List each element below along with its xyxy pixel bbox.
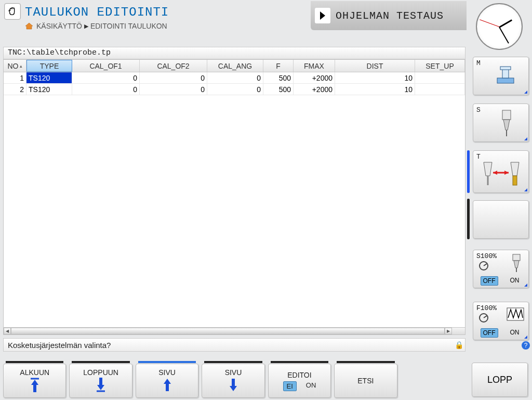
svg-line-19 — [484, 316, 487, 318]
s-button[interactable]: S — [473, 104, 529, 142]
cell-dist[interactable]: 10 — [335, 84, 415, 95]
empty-button[interactable] — [473, 200, 529, 239]
knob-icon — [478, 261, 489, 271]
softkey-label: LOPPUUN — [83, 368, 118, 377]
table-row[interactable]: 1 TS120 0 0 0 500 +2000 10 — [4, 72, 465, 84]
cell-dist[interactable]: 10 — [335, 72, 415, 83]
tool-change-icon — [480, 160, 523, 188]
svg-marker-22 — [31, 380, 38, 392]
tab-label: OHJELMAN TESTAUS — [336, 10, 444, 22]
softkey-etsi[interactable]: ETSI — [334, 364, 397, 398]
table-row[interactable]: 2 TS120 0 0 0 500 +2000 10 — [4, 84, 465, 95]
arrow-up-icon — [162, 377, 173, 393]
cell-of1[interactable]: 0 — [72, 72, 140, 83]
svg-rect-0 — [497, 78, 514, 83]
breadcrumb-2: EDITOINTI TAULUKON — [90, 22, 167, 30]
cell-setup[interactable] — [415, 72, 465, 83]
softkey-loppuun[interactable]: LOPPUUN — [69, 364, 132, 398]
arrow-down-icon — [228, 377, 239, 393]
f100-button[interactable]: F100% OFF ON — [473, 302, 529, 340]
cell-of1[interactable]: 0 — [72, 84, 140, 95]
cell-ang[interactable]: 0 — [207, 72, 263, 83]
home-icon — [25, 22, 33, 30]
svg-marker-4 — [503, 120, 510, 130]
cell-no: 1 — [4, 72, 26, 83]
status-bar: Kosketusjärjestelmän valinta? 🔒 — [3, 338, 466, 352]
editoi-on-toggle[interactable]: ON — [306, 381, 316, 391]
svg-marker-23 — [97, 378, 104, 390]
horizontal-scrollbar[interactable]: ◀ ▶ — [4, 327, 465, 334]
cell-f[interactable]: 500 — [263, 84, 294, 95]
knob-icon — [478, 313, 489, 323]
page-title: TAULUKON EDITOINTI — [25, 5, 169, 19]
t-label: T — [476, 153, 481, 161]
tab-arrow-icon — [315, 8, 330, 23]
cell-of2[interactable]: 0 — [140, 72, 207, 83]
f-on-toggle[interactable]: ON — [508, 328, 522, 338]
cell-f[interactable]: 500 — [263, 72, 294, 83]
clock-icon — [476, 3, 525, 52]
t-button[interactable]: T — [473, 150, 529, 193]
svg-line-14 — [484, 264, 487, 266]
hand-mode-button[interactable] — [4, 3, 21, 20]
svg-marker-11 — [493, 171, 497, 175]
s100-button[interactable]: S100% OFF ON — [473, 250, 529, 288]
softkey-label: LOPP — [487, 375, 512, 385]
cell-of2[interactable]: 0 — [140, 84, 207, 95]
cell-fmax[interactable]: +2000 — [294, 72, 335, 83]
softkey-label: SIVU — [225, 368, 242, 377]
program-testing-tab[interactable]: OHJELMAN TESTAUS — [311, 1, 467, 30]
scroll-thumb[interactable] — [11, 328, 445, 334]
cell-setup[interactable] — [415, 84, 465, 95]
help-icon[interactable]: ? — [522, 341, 530, 350]
col-header-dist[interactable]: DIST — [335, 60, 415, 72]
f-off-toggle[interactable]: OFF — [481, 328, 498, 338]
spindle-icon — [499, 109, 514, 137]
breadcrumb-1: KÄSIKÄYTTÖ — [36, 22, 82, 30]
cell-ang[interactable]: 0 — [207, 84, 263, 95]
softkey-alkuun[interactable]: ALKUUN — [3, 364, 66, 398]
col-header-calof2[interactable]: CAL_OF2 — [140, 60, 207, 72]
cell-type[interactable]: TS120 — [26, 72, 72, 83]
sidebar-indicator-active — [467, 150, 470, 193]
softkey-label: EDITOI — [287, 371, 311, 379]
softkey-sivu-up[interactable]: SIVU — [136, 364, 198, 398]
sidebar-indicator — [467, 199, 470, 239]
svg-marker-25 — [164, 379, 171, 391]
m-button[interactable]: M — [473, 57, 529, 95]
col-header-no[interactable]: NO — [4, 60, 26, 72]
scroll-right-arrow[interactable]: ▶ — [445, 328, 452, 334]
col-header-type[interactable]: TYPE — [26, 60, 72, 72]
editoi-ei-toggle[interactable]: EI — [283, 381, 297, 391]
col-header-setup[interactable]: SET_UP — [415, 60, 465, 72]
softkey-lopp[interactable]: LOPP — [472, 363, 528, 397]
data-table: NO TYPE CAL_OF1 CAL_OF2 CAL_ANG F FMAX D… — [3, 59, 466, 335]
cell-type[interactable]: TS120 — [26, 84, 72, 95]
arrow-up-start-icon — [29, 377, 41, 393]
cell-no: 2 — [4, 84, 26, 95]
svg-marker-26 — [230, 379, 237, 391]
status-text: Kosketusjärjestelmän valinta? — [8, 341, 111, 350]
file-path: TNC:\table\tchprobe.tp — [3, 47, 466, 59]
arrow-down-end-icon — [95, 377, 107, 393]
svg-rect-15 — [513, 254, 520, 261]
lock-icon: 🔒 — [455, 341, 461, 349]
spindle-small-icon — [511, 253, 522, 273]
col-header-calang[interactable]: CAL_ANG — [207, 60, 263, 72]
svg-rect-2 — [500, 67, 511, 70]
scroll-left-arrow[interactable]: ◀ — [4, 328, 11, 334]
table-header-row: NO TYPE CAL_OF1 CAL_OF2 CAL_ANG F FMAX D… — [4, 60, 465, 72]
s-off-toggle[interactable]: OFF — [481, 276, 498, 286]
col-header-fmax[interactable]: FMAX — [294, 60, 335, 72]
col-header-calof1[interactable]: CAL_OF1 — [72, 60, 140, 72]
softkey-sivu-down[interactable]: SIVU — [202, 364, 264, 398]
s-on-toggle[interactable]: ON — [508, 276, 522, 286]
svg-marker-6 — [484, 162, 492, 176]
chevron-right-icon: ▶ — [84, 23, 88, 30]
f100-label: F100% — [476, 304, 497, 312]
softkey-editoi[interactable]: EDITOI EI ON — [268, 364, 331, 398]
col-header-f[interactable]: F — [263, 60, 294, 72]
cell-fmax[interactable]: +2000 — [294, 84, 335, 95]
svg-marker-16 — [514, 261, 519, 268]
breadcrumb: KÄSIKÄYTTÖ ▶ EDITOINTI TAULUKON — [25, 22, 167, 30]
